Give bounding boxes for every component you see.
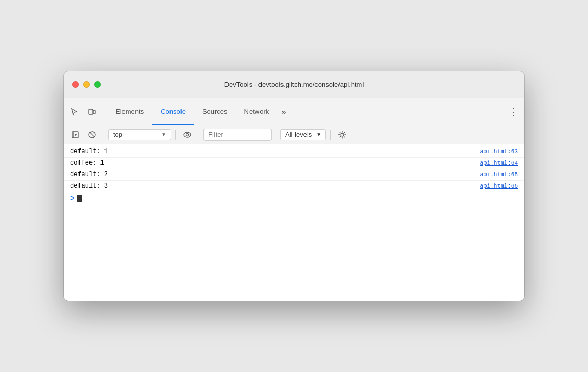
console-toolbar: top ▼ All levels ▼ — [64, 125, 524, 144]
device-toolbar-button[interactable] — [84, 103, 100, 120]
svg-point-7 — [184, 132, 191, 137]
window-title: DevTools - devtools.glitch.me/console/ap… — [224, 80, 364, 88]
console-prompt-symbol: > — [70, 194, 74, 203]
tab-network[interactable]: Network — [236, 99, 278, 125]
inspect-element-button[interactable] — [66, 103, 83, 120]
tabs-container: Elements Console Sources Network » — [107, 98, 499, 125]
eye-icon — [183, 131, 192, 139]
filter-input[interactable] — [203, 129, 272, 141]
console-settings-button[interactable] — [335, 127, 349, 142]
separator-5 — [330, 130, 331, 140]
console-row: default: 1 api.html:63 — [64, 146, 524, 158]
console-source-link[interactable]: api.html:63 — [480, 148, 518, 155]
svg-marker-4 — [75, 134, 77, 136]
more-tabs-button[interactable]: » — [277, 99, 290, 125]
close-button[interactable] — [72, 81, 79, 88]
levels-selector[interactable]: All levels ▼ — [280, 129, 326, 140]
console-source-link[interactable]: api.html:65 — [480, 171, 518, 178]
levels-chevron-icon: ▼ — [316, 132, 321, 137]
svg-rect-0 — [89, 109, 93, 114]
svg-rect-1 — [93, 110, 95, 114]
console-message: default: 2 — [70, 171, 480, 178]
console-message: default: 3 — [70, 182, 480, 190]
tab-console[interactable]: Console — [152, 99, 194, 125]
console-row: default: 3 api.html:66 — [64, 181, 524, 192]
minimize-button[interactable] — [83, 81, 90, 88]
chevron-down-icon: ▼ — [161, 132, 166, 137]
separator-1 — [104, 130, 104, 140]
console-content: default: 1 api.html:63 coffee: 1 api.htm… — [64, 144, 524, 301]
more-options-button[interactable]: ⋮ — [505, 103, 522, 120]
titlebar: DevTools - devtools.glitch.me/console/ap… — [64, 71, 524, 98]
separator-4 — [276, 130, 276, 140]
svg-line-6 — [91, 133, 94, 136]
panel-icon — [71, 131, 80, 139]
maximize-button[interactable] — [94, 81, 101, 88]
separator-3 — [199, 130, 199, 140]
console-row: default: 2 api.html:65 — [64, 169, 524, 181]
console-message: coffee: 1 — [70, 159, 480, 167]
console-panel-toggle[interactable] — [68, 127, 83, 142]
clear-icon — [88, 131, 96, 139]
toolbar-right-icons: ⋮ — [501, 98, 522, 125]
toolbar-left-icons — [66, 98, 105, 125]
svg-point-9 — [341, 133, 344, 136]
traffic-lights — [72, 81, 101, 88]
tab-sources[interactable]: Sources — [194, 99, 236, 125]
console-source-link[interactable]: api.html:66 — [480, 183, 518, 189]
cursor-icon — [70, 108, 78, 116]
separator-2 — [175, 130, 176, 140]
devtools-panel: Elements Console Sources Network » ⋮ — [64, 98, 524, 301]
console-source-link[interactable]: api.html:64 — [480, 160, 518, 166]
main-toolbar: Elements Console Sources Network » ⋮ — [64, 98, 524, 125]
console-input-row: > — [64, 192, 524, 205]
console-row: coffee: 1 api.html:64 — [64, 158, 524, 169]
context-selector[interactable]: top ▼ — [108, 129, 171, 140]
svg-point-8 — [186, 133, 189, 136]
tab-elements[interactable]: Elements — [107, 99, 152, 125]
console-cursor — [77, 195, 82, 202]
clear-console-button[interactable] — [85, 127, 99, 142]
live-expressions-button[interactable] — [180, 127, 195, 142]
device-icon — [88, 108, 96, 116]
gear-icon — [338, 131, 346, 139]
devtools-window: DevTools - devtools.glitch.me/console/ap… — [64, 71, 524, 301]
console-message: default: 1 — [70, 148, 480, 155]
